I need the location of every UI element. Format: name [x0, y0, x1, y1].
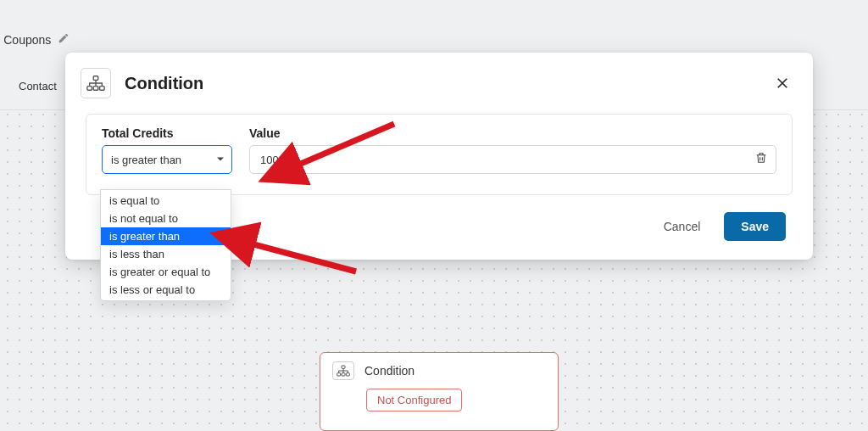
sitemap-icon — [81, 68, 111, 98]
value-input[interactable] — [249, 145, 776, 174]
save-button[interactable]: Save — [724, 212, 786, 241]
operator-option[interactable]: is less or equal to — [101, 281, 231, 299]
condition-panel: Total Credits is greater than Value — [86, 114, 793, 195]
modal-title: Condition — [125, 74, 772, 93]
operator-field-group: Total Credits is greater than — [102, 126, 232, 174]
total-credits-label: Total Credits — [102, 126, 232, 140]
svg-rect-0 — [342, 366, 345, 368]
svg-rect-7 — [100, 87, 105, 91]
svg-rect-3 — [346, 373, 349, 376]
operator-dropdown[interactable]: is equal tois not equal tois greater tha… — [100, 189, 231, 301]
close-button[interactable] — [772, 73, 793, 93]
svg-rect-2 — [342, 373, 345, 376]
svg-rect-1 — [337, 373, 341, 376]
value-label: Value — [249, 126, 776, 140]
workflow-card-title: Condition — [364, 364, 415, 378]
operator-select[interactable]: is greater than — [102, 145, 232, 174]
page-title-text: nced Coupons — [0, 33, 51, 47]
operator-option[interactable]: is not equal to — [101, 210, 231, 227]
svg-rect-4 — [93, 76, 98, 81]
operator-option[interactable]: is equal to — [101, 192, 231, 210]
svg-rect-5 — [87, 87, 92, 91]
value-field-group: Value — [249, 126, 776, 174]
condition-row: Total Credits is greater than Value — [102, 126, 776, 174]
not-configured-badge[interactable]: Not Configured — [366, 389, 462, 411]
tab-contact[interactable]: Contact — [19, 80, 57, 92]
modal-header: Condition — [65, 53, 813, 114]
svg-rect-6 — [93, 87, 98, 91]
sitemap-icon — [332, 361, 354, 380]
value-input-wrap — [249, 145, 776, 174]
cancel-button[interactable]: Cancel — [655, 213, 709, 240]
operator-option[interactable]: is less than — [101, 245, 231, 263]
operator-option[interactable]: is greater or equal to — [101, 263, 231, 281]
page-title-fragment: nced Coupons — [0, 32, 70, 47]
operator-option[interactable]: is greater than — [101, 227, 231, 245]
operator-selected-value: is greater than — [111, 154, 181, 166]
pencil-icon[interactable] — [58, 32, 70, 47]
chevron-down-icon — [216, 154, 225, 166]
trash-icon[interactable] — [754, 151, 768, 168]
workflow-card-condition[interactable]: Condition Not Configured — [320, 352, 559, 431]
workflow-card-header: Condition — [332, 361, 546, 380]
